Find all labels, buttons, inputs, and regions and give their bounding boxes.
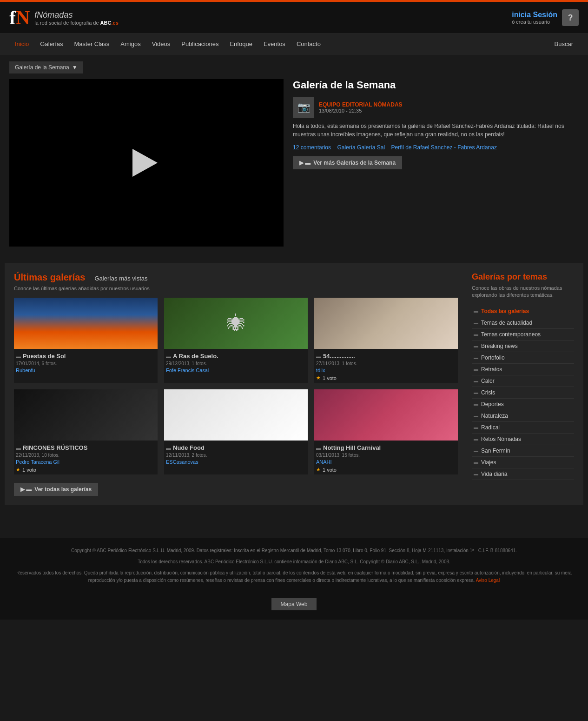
ver-todas-button[interactable]: ▶ ▬ Ver todas las galerías <box>14 483 98 496</box>
list-item: ▬ Crisis <box>472 387 574 399</box>
star-icon: ★ <box>316 375 321 381</box>
nav-item-enfoque[interactable]: Enfoque <box>224 34 258 54</box>
folder-sm-icon: ▬ <box>474 401 478 407</box>
vote-count: 1 voto <box>323 467 337 473</box>
gallery-card[interactable]: ▬ Nude Food 12/11/2013, 2 fotos. ESCasan… <box>164 389 308 474</box>
logo-sub-text: la red social de fotografia de ABC.es <box>34 20 118 26</box>
sidebar-item-link[interactable]: Calor <box>481 378 495 384</box>
card-title-row: ▬ 54............... <box>316 353 456 360</box>
header: fN fNómadas la red social de fotografia … <box>0 2 588 34</box>
nav-item-videos[interactable]: Videos <box>146 34 176 54</box>
list-item: ▬ Calor <box>472 375 574 387</box>
card-author-link[interactable]: tólix <box>316 367 325 373</box>
art-image <box>314 298 458 349</box>
list-item: ▬ Retos Nómadas <box>472 434 574 445</box>
card-title: A Ras de Suelo. <box>173 353 218 360</box>
sidebar-item-link[interactable]: Naturaleza <box>481 413 508 419</box>
gallery-sal-link[interactable]: Galería Galería Sal <box>337 144 385 151</box>
sidebar-item-link[interactable]: Temas contemporaneos <box>481 331 541 338</box>
folder-sm-icon: ▬ <box>474 355 478 360</box>
card-title: Puestas de Sol <box>23 353 66 360</box>
star-vote: ★ 1 voto <box>316 375 456 381</box>
gallery-thumb-dark <box>14 389 158 441</box>
gallery-card[interactable]: 🕷 ▬ A Ras de Suelo. 29/12/2013, 1 fotos.… <box>164 298 308 383</box>
sidebar-item-link[interactable]: Temas de actualidad <box>481 320 532 326</box>
mapa-web-button[interactable]: Mapa Web <box>271 598 317 610</box>
sidebar-item-crisis-link[interactable]: Crisis <box>481 389 495 396</box>
star-icon: ★ <box>316 467 321 473</box>
gallery-card[interactable]: ▬ Notting Hill Carnival 03/11/2013, 15 f… <box>314 389 458 474</box>
sidebar-item-link[interactable]: Deportes <box>481 401 504 407</box>
gallery-dropdown-button[interactable]: Galería de la Semana ▼ <box>9 61 83 73</box>
card-meta: 17/01/2014, 6 fotos. <box>16 361 156 366</box>
gallery-thumb-carnival <box>314 389 458 441</box>
spider-emoji: 🕷 <box>227 313 245 334</box>
card-author-link[interactable]: ANAHI <box>316 459 332 465</box>
sidebar-item-link[interactable]: Retos Nómadas <box>481 436 521 442</box>
ver-todas-icon: ▶ ▬ <box>20 486 32 493</box>
sidebar-item-link[interactable]: Portofolio <box>481 354 505 361</box>
sidebar-item-link[interactable]: Viajes <box>481 459 496 466</box>
sidebar-item-link[interactable]: Vida diaria <box>481 471 507 477</box>
section-title-tabs: Últimas galerías Galerías más vistas <box>14 272 458 283</box>
galerias-mas-vistas-tab[interactable]: Galerías más vistas <box>94 275 147 282</box>
footer: Copyright © ABC Periódico Electrónico S.… <box>0 538 588 620</box>
folder-sm-icon: ▬ <box>474 378 478 383</box>
card-title: Nude Food <box>173 444 205 451</box>
ver-mas-icon: ▶ ▬ <box>299 160 311 166</box>
gallery-card[interactable]: ▬ Puestas de Sol 17/01/2014, 6 fotos. Ru… <box>14 298 158 383</box>
profile-link[interactable]: Perfil de Rafael Sanchez - Fabres Ardana… <box>391 144 496 151</box>
login-area: inicia Sesión ó crea tu usuario <box>512 11 557 25</box>
folder-sm-icon: ▬ <box>474 425 478 430</box>
card-title-row: ▬ Notting Hill Carnival <box>316 444 456 451</box>
sidebar-item-link[interactable]: San Fermín <box>481 447 510 454</box>
ver-mas-button[interactable]: ▶ ▬ Ver más Galerías de la Semana <box>293 156 402 169</box>
dropdown-arrow-icon: ▼ <box>72 64 78 71</box>
video-player[interactable] <box>9 79 284 247</box>
card-author-link[interactable]: Rubenfu <box>16 367 35 373</box>
galerias-temas-title: Galerías por temas <box>472 272 574 282</box>
card-author-link[interactable]: Fofe Francis Casal <box>166 367 209 373</box>
gallery-description: Hola a todos, esta semana os presentamos… <box>293 122 579 139</box>
folder-sm-icon: ▬ <box>474 460 478 465</box>
list-item: ▬ Retratos <box>472 364 574 375</box>
spider-image: 🕷 <box>164 298 308 349</box>
comments-link[interactable]: 12 comentarios <box>293 144 331 151</box>
card-author-link[interactable]: ESCasanovas <box>166 459 198 465</box>
gallery-card[interactable]: ▬ RINCONES RÚSTICOS 22/11/2013, 10 fotos… <box>14 389 158 474</box>
folder-icon: ▬ <box>16 445 21 451</box>
gallery-dropdown-label: Galería de la Semana <box>15 64 69 71</box>
sidebar-item-link[interactable]: Todas las galerías <box>481 308 529 314</box>
sidebar-item-link[interactable]: Breaking news <box>481 343 518 349</box>
nav-search-label: Buscar <box>549 34 579 54</box>
nav-item-galerias[interactable]: Galerías <box>34 34 68 54</box>
aviso-legal-link[interactable]: Aviso Legal <box>476 578 500 583</box>
header-right: inicia Sesión ó crea tu usuario ? <box>512 9 579 26</box>
star-icon: ★ <box>16 467 20 473</box>
carnival-image <box>314 389 458 441</box>
folder-sm-icon: ▬ <box>474 308 478 314</box>
play-button[interactable] <box>132 149 160 177</box>
sidebar-item-link[interactable]: Retratos <box>481 366 502 373</box>
main-section: Últimas galerías Galerías más vistas Con… <box>5 263 583 505</box>
nav-item-masterclass[interactable]: Master Class <box>69 34 115 54</box>
nav-item-amigos[interactable]: Amigos <box>115 34 146 54</box>
login-link[interactable]: inicia Sesión <box>512 11 557 19</box>
logo-tagline: fNómadas la red social de fotografia de … <box>34 10 118 26</box>
nav-item-eventos[interactable]: Eventos <box>258 34 291 54</box>
folder-sm-icon: ▬ <box>474 332 478 337</box>
sidebar-item-link[interactable]: Radical <box>481 424 500 431</box>
nav-item-contacto[interactable]: Contacto <box>291 34 326 54</box>
nav-item-publicaciones[interactable]: Publicaciones <box>176 34 224 54</box>
card-author-link[interactable]: Pedro Taracena Gil <box>16 459 59 465</box>
folder-sm-icon: ▬ <box>474 390 478 395</box>
gallery-card-info: ▬ 54............... 27/11/2013, 1 fotos.… <box>314 349 458 383</box>
gallery-week-title: Galería de la Semana <box>293 79 579 91</box>
author-name-link[interactable]: EQUIPO EDITORIAL NÓMADAS <box>319 101 403 108</box>
help-button[interactable]: ? <box>562 9 579 26</box>
avatar-icon: 📷 <box>297 101 310 113</box>
nav-item-inicio[interactable]: Inicio <box>9 34 34 54</box>
author-info: EQUIPO EDITORIAL NÓMADAS 13/08/2010 - 22… <box>319 101 403 113</box>
card-meta: 27/11/2013, 1 fotos. <box>316 361 456 366</box>
gallery-card[interactable]: ▬ 54............... 27/11/2013, 1 fotos.… <box>314 298 458 383</box>
